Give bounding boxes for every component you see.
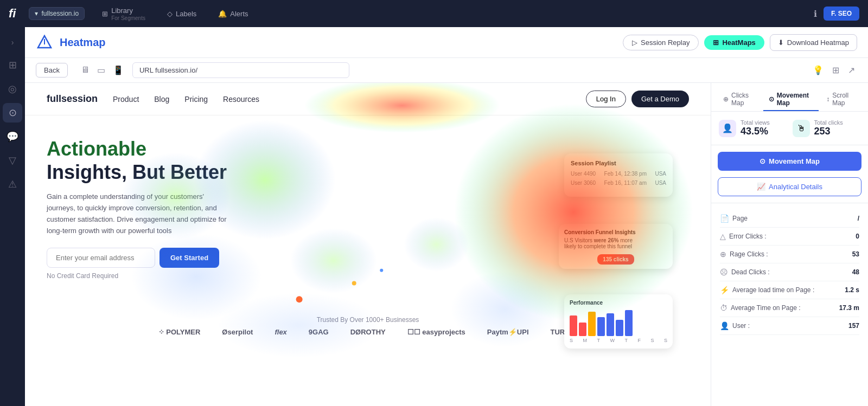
download-heatmap-button[interactable]: ⬇ Download Heatmap xyxy=(770,34,857,51)
sidebar-item-chat[interactable]: 💬 xyxy=(3,127,22,146)
total-clicks-stat: 🖱 Total clicks 253 xyxy=(793,119,861,137)
error-clicks-label: Error Clicks : xyxy=(729,233,767,240)
sidebar-item-heatmap[interactable]: ⊙ xyxy=(3,103,22,123)
sidebar: › ⊞ ◎ ⊙ 💬 ▽ ⚠ xyxy=(0,27,25,406)
views-label: Total views xyxy=(741,119,770,126)
heatmap-header: Heatmap ▷ Session Replay ⊞ HeatMaps ⬇ Do… xyxy=(25,27,868,58)
site-nav-blog[interactable]: Blog xyxy=(154,95,169,104)
website-nav: fullsession Product Blog Pricing Resourc… xyxy=(25,83,711,115)
brand-dorothy: DØROTHY xyxy=(350,328,386,336)
download-label: Download Heatmap xyxy=(787,38,849,47)
email-row: Get Started xyxy=(47,248,264,268)
top-navigation: fi ▾ fullsession.io ⊞ Library For Segmen… xyxy=(0,0,868,27)
scroll-map-icon: ↕ xyxy=(826,95,829,103)
total-views-stat: 👤 Total views 43.5% xyxy=(719,119,787,137)
info-icon[interactable]: ℹ xyxy=(814,9,817,19)
nav-right: ℹ F. SEO xyxy=(814,7,859,21)
user-analytics-icon: 👤 xyxy=(720,321,729,330)
hero-h1-dark: Insights, But Better xyxy=(47,161,227,183)
workspace-selector[interactable]: ▾ fullsession.io xyxy=(29,7,85,20)
alerts-icon: 🔔 xyxy=(218,10,227,18)
brand-serpilot: Øserpilot xyxy=(222,328,253,336)
movement-map-button[interactable]: ⊙ Movement Map xyxy=(718,152,861,171)
avg-load-icon: ⚡ xyxy=(720,286,729,294)
avg-load-value: 1.2 s xyxy=(845,286,859,294)
brand-9gag: 9GAG xyxy=(309,328,329,336)
page-icon: 📄 xyxy=(720,214,729,223)
tablet-icon[interactable]: ▭ xyxy=(95,63,107,78)
analytical-label: Analytical Details xyxy=(769,183,822,191)
tab-clicks-map[interactable]: ⊕ Clicks Map xyxy=(718,88,761,111)
analytical-details-button[interactable]: 📈 Analytical Details xyxy=(718,177,861,196)
lightbulb-icon[interactable]: 💡 xyxy=(810,63,826,78)
right-panel: ⊕ Clicks Map ⊙ Movement Map ↕ Scroll Map… xyxy=(711,83,868,406)
library-label: Library xyxy=(111,7,145,15)
rage-clicks-value: 53 xyxy=(852,250,859,258)
sidebar-item-target[interactable]: ◎ xyxy=(3,79,22,99)
site-login-button[interactable]: Log In xyxy=(586,91,626,107)
sidebar-toggle[interactable]: › xyxy=(4,34,21,51)
sidebar-item-warning[interactable]: ⚠ xyxy=(3,175,22,194)
tab-movement-map[interactable]: ⊙ Movement Map xyxy=(763,88,819,111)
hero-heading: Actionable Insights, But Better xyxy=(47,137,264,184)
session-playlist-widget: Session Playlist User 4490Feb 14, 12:38 … xyxy=(564,153,673,197)
toolbar-right-icons: 💡 ⊞ ↗ xyxy=(810,63,857,78)
hero-text: Actionable Insights, But Better Gain a c… xyxy=(47,137,264,300)
labels-icon: ◇ xyxy=(167,10,173,18)
back-button[interactable]: Back xyxy=(36,63,68,78)
user-label: User : xyxy=(732,322,750,330)
get-started-button[interactable]: Get Started xyxy=(159,248,219,268)
heatmaps-label: HeatMaps xyxy=(722,38,755,47)
page-label: Page xyxy=(732,215,748,222)
error-clicks-value: 0 xyxy=(856,233,859,240)
toolbar: Back 🖥 ▭ 📱 💡 ⊞ ↗ xyxy=(25,58,868,83)
mobile-icon[interactable]: 📱 xyxy=(111,63,126,78)
dead-clicks-icon: ☹ xyxy=(720,268,728,276)
views-icon: 👤 xyxy=(719,120,736,137)
library-sub: For Segments xyxy=(111,15,145,21)
funnel-widget: Conversion Funnel Insights U.S Visitors … xyxy=(559,224,673,269)
sidebar-item-filter[interactable]: ▽ xyxy=(3,151,22,170)
nav-labels[interactable]: ◇ Labels xyxy=(163,8,201,20)
page-title: Heatmap xyxy=(60,36,105,49)
site-nav-pricing[interactable]: Pricing xyxy=(184,95,208,104)
desktop-icon[interactable]: 🖥 xyxy=(79,63,92,78)
main-content: Heatmap ▷ Session Replay ⊞ HeatMaps ⬇ Do… xyxy=(25,27,868,406)
nav-alerts[interactable]: 🔔 Alerts xyxy=(214,8,252,20)
views-info: Total views 43.5% xyxy=(741,119,770,137)
site-logo: fullsession xyxy=(47,93,98,105)
grid-icon[interactable]: ⊞ xyxy=(830,63,841,78)
site-nav-product[interactable]: Product xyxy=(113,95,139,104)
clicks-info: Total clicks 253 xyxy=(814,119,843,137)
sidebar-item-grid[interactable]: ⊞ xyxy=(3,55,22,75)
site-demo-button[interactable]: Get a Demo xyxy=(631,91,689,107)
tab-scroll-map[interactable]: ↕ Scroll Map xyxy=(821,88,861,111)
content-area: fullsession Product Blog Pricing Resourc… xyxy=(25,83,868,406)
nav-library[interactable]: ⊞ Library For Segments xyxy=(98,4,150,23)
avg-time-label: Average Time on Page : xyxy=(731,304,801,312)
avg-time-value: 17.3 m xyxy=(839,304,859,312)
error-clicks-icon: △ xyxy=(720,232,726,241)
user-button[interactable]: F. SEO xyxy=(824,7,859,21)
app-logo: fi xyxy=(9,7,16,21)
url-input[interactable] xyxy=(132,62,349,78)
rage-clicks-icon: ⊕ xyxy=(720,250,726,259)
performance-widget: Performance xyxy=(564,294,673,349)
analytics-section: 📄 Page / △ Error Clicks : 0 ⊕ Rage Clic xyxy=(711,203,868,341)
movement-btn-label: Movement Map xyxy=(769,157,820,165)
analytical-icon: 📈 xyxy=(757,183,765,191)
website-hero: Actionable Insights, But Better Gain a c… xyxy=(25,115,711,311)
avg-load-label: Average load time on Page : xyxy=(732,286,814,294)
site-nav-resources[interactable]: Resources xyxy=(223,95,259,104)
stats-row: 👤 Total views 43.5% 🖱 Total clicks 253 xyxy=(711,112,868,145)
email-input[interactable] xyxy=(47,248,155,268)
clicks-map-icon: ⊕ xyxy=(723,95,729,103)
share-icon[interactable]: ↗ xyxy=(846,63,857,78)
heatmap-viewer: fullsession Product Blog Pricing Resourc… xyxy=(25,83,711,406)
heatmaps-button[interactable]: ⊞ HeatMaps xyxy=(704,35,764,50)
analytics-dead-clicks: ☹ Dead Clicks : 48 xyxy=(720,263,859,281)
map-type-tabs: ⊕ Clicks Map ⊙ Movement Map ↕ Scroll Map xyxy=(711,83,868,112)
user-value: 157 xyxy=(848,322,859,330)
library-icon: ⊞ xyxy=(102,10,108,18)
session-replay-button[interactable]: ▷ Session Replay xyxy=(623,35,699,50)
